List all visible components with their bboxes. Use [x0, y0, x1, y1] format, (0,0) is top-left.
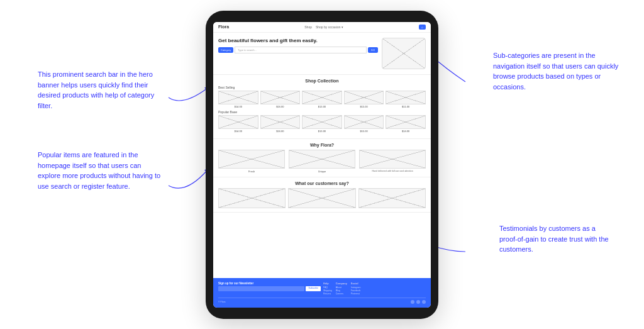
popular-base-label: Popular Base [218, 110, 426, 114]
footer-social-icons [411, 300, 426, 304]
best-selling-label: Best Selling [218, 86, 426, 89]
product-image [260, 115, 301, 129]
popular-base-grid: $14.00 $16.00 $13.00 $15.00 [218, 115, 426, 133]
testimonial-card [218, 188, 286, 208]
footer-col-item: About [336, 286, 347, 289]
product-card: $14.00 [386, 115, 426, 133]
product-card: $15.00 [344, 91, 384, 108]
product-image [386, 115, 426, 129]
search-input[interactable]: Type to search... [235, 47, 367, 53]
product-image [302, 115, 342, 129]
why-image [359, 150, 426, 169]
footer-copyright: © Flora [218, 301, 226, 303]
tablet-device: Flora Shop Shop by occasion ▾ ⌕ Get beau… [206, 11, 438, 319]
nav-link-shop[interactable]: Shop [304, 25, 312, 29]
product-image [218, 115, 258, 129]
screen-nav: Flora Shop Shop by occasion ▾ ⌕ [213, 22, 431, 33]
social-icon-1[interactable] [411, 300, 414, 304]
nav-search-bar[interactable]: ⌕ [419, 25, 426, 30]
product-price: $15.00 [344, 105, 384, 108]
testimonials-section: What our customers say? [213, 177, 431, 213]
product-card: $13.00 [302, 115, 342, 133]
product-image [302, 91, 342, 104]
why-flora-section: Why Flora? Fresh Unique Hand delivered w… [213, 139, 431, 177]
footer-col-title: Company [336, 282, 347, 285]
why-label: Fresh [248, 170, 255, 173]
hero-title: Get beautiful flowers and gift them easi… [218, 38, 378, 44]
testimonial-card [358, 188, 426, 208]
search-category-dropdown[interactable]: Category [218, 47, 233, 53]
product-price: $14.00 [218, 105, 258, 108]
product-card: $16.00 [260, 115, 301, 133]
social-icon-3[interactable] [422, 300, 426, 304]
product-price: $14.00 [218, 130, 258, 133]
testimonial-card [288, 188, 355, 208]
why-desc: Hand delivered with full care and attent… [372, 170, 413, 173]
product-price: $13.00 [302, 105, 342, 108]
product-price: $14.00 [386, 130, 426, 133]
footer-col-item: Pinterest [351, 293, 361, 295]
product-price: $11.00 [386, 105, 426, 108]
hero-search: Category Type to search... GO [218, 47, 378, 53]
shop-collection-title: Shop Collection [218, 79, 426, 83]
footer-col-item: Returns [323, 293, 332, 295]
footer-col-social: Social Instagram Facebook Pinterest [351, 282, 361, 296]
footer-col-help: Help FAQ Shipping Returns [323, 282, 332, 296]
footer-newsletter: Sign up for our Newsletter Subscribe [218, 282, 321, 296]
footer-col-item: Blog [336, 289, 347, 292]
product-card: $13.00 [302, 91, 342, 108]
product-card: $11.00 [386, 91, 426, 108]
search-go-button[interactable]: GO [368, 47, 378, 53]
best-selling-grid: $14.00 $16.00 $13.00 $15.00 [218, 91, 426, 108]
testimonials-grid [218, 188, 426, 208]
nav-links: Shop Shop by occasion ▾ [304, 25, 343, 29]
footer-subscribe-btn[interactable]: Subscribe [306, 286, 321, 291]
footer-col-item: Facebook [351, 289, 361, 292]
screen-content: Get beautiful flowers and gift them easi… [213, 33, 431, 308]
footer-email-input[interactable] [218, 286, 304, 291]
product-price: $13.00 [302, 130, 342, 133]
why-label: Unique [318, 170, 326, 173]
annotation-popular-items: Popular items are featured in the homepa… [38, 150, 164, 191]
footer-col-item: Careers [336, 293, 347, 295]
why-item-unique: Unique [289, 150, 355, 173]
annotation-subcategories: Sub-categories are present in the naviga… [493, 50, 619, 92]
product-card: $15.00 [344, 115, 384, 133]
why-flora-grid: Fresh Unique Hand delivered with full ca… [218, 150, 426, 173]
footer-col-item: FAQ [323, 286, 332, 289]
hero-text: Get beautiful flowers and gift them easi… [218, 38, 378, 69]
tablet-screen: Flora Shop Shop by occasion ▾ ⌕ Get beau… [213, 22, 431, 308]
product-image [218, 91, 258, 104]
hero-section: Get beautiful flowers and gift them easi… [213, 33, 431, 75]
why-flora-title: Why Flora? [218, 143, 426, 147]
annotation-testimonials: Testimonials by customers as a proof-of-… [499, 223, 613, 255]
hero-image [382, 38, 426, 69]
nav-logo: Flora [218, 25, 229, 29]
footer-input-row: Subscribe [218, 286, 321, 291]
why-item-fresh: Fresh [218, 150, 285, 173]
product-price: $15.00 [344, 130, 384, 133]
shop-collection-section: Shop Collection Best Selling $14.00 $16.… [213, 75, 431, 139]
footer-col-item: Instagram [351, 286, 361, 289]
product-image [344, 115, 384, 129]
nav-link-occasion[interactable]: Shop by occasion ▾ [316, 25, 343, 29]
footer-columns: Help FAQ Shipping Returns Company About … [323, 282, 426, 296]
why-image [289, 150, 355, 169]
why-item-delivery: Hand delivered with full care and attent… [359, 150, 426, 173]
footer-newsletter-title: Sign up for our Newsletter [218, 282, 321, 285]
product-image [260, 91, 301, 104]
product-image [344, 91, 384, 104]
footer-bottom: © Flora [218, 298, 426, 304]
product-card: $14.00 [218, 115, 258, 133]
why-image [218, 150, 285, 169]
product-price: $16.00 [260, 130, 301, 133]
product-image [386, 91, 426, 104]
annotation-search-bar: This prominent search bar in the hero ba… [38, 69, 164, 111]
footer-col-title: Social [351, 282, 361, 285]
product-price: $16.00 [260, 105, 301, 108]
testimonials-title: What our customers say? [218, 181, 426, 186]
footer-top: Sign up for our Newsletter Subscribe Hel… [218, 282, 426, 296]
footer-col-title: Help [323, 282, 332, 285]
social-icon-2[interactable] [416, 300, 420, 304]
product-card: $16.00 [260, 91, 301, 108]
